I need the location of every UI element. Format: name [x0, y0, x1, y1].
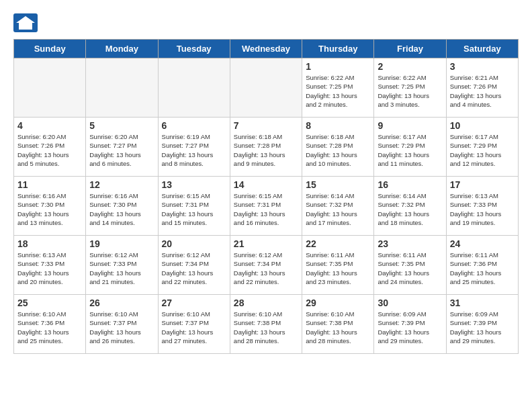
- day-info: Sunrise: 6:14 AM Sunset: 7:32 PM Dayligh…: [378, 191, 442, 227]
- day-info: Sunrise: 6:10 AM Sunset: 7:36 PM Dayligh…: [17, 310, 82, 345]
- day-info: Sunrise: 6:15 AM Sunset: 7:31 PM Dayligh…: [162, 191, 226, 227]
- day-info: Sunrise: 6:13 AM Sunset: 7:33 PM Dayligh…: [17, 250, 82, 286]
- calendar-cell: 28Sunrise: 6:10 AM Sunset: 7:38 PM Dayli…: [230, 295, 302, 354]
- calendar-cell: 12Sunrise: 6:16 AM Sunset: 7:30 PM Dayli…: [86, 177, 158, 236]
- calendar-cell: 5Sunrise: 6:20 AM Sunset: 7:27 PM Daylig…: [86, 118, 158, 177]
- calendar-header-row: SundayMondayTuesdayWednesdayThursdayFrid…: [14, 40, 519, 58]
- calendar-cell: 8Sunrise: 6:18 AM Sunset: 7:28 PM Daylig…: [302, 118, 374, 177]
- day-number: 8: [306, 120, 370, 131]
- logo: [13, 13, 42, 32]
- day-info: Sunrise: 6:12 AM Sunset: 7:33 PM Dayligh…: [89, 250, 154, 286]
- day-number: 11: [17, 179, 82, 190]
- calendar-cell: 13Sunrise: 6:15 AM Sunset: 7:31 PM Dayli…: [158, 177, 230, 236]
- day-info: Sunrise: 6:11 AM Sunset: 7:36 PM Dayligh…: [450, 250, 515, 286]
- calendar-cell: 21Sunrise: 6:12 AM Sunset: 7:34 PM Dayli…: [230, 236, 302, 295]
- day-number: 25: [17, 298, 82, 308]
- calendar-week-row: 4Sunrise: 6:20 AM Sunset: 7:26 PM Daylig…: [14, 118, 519, 177]
- calendar-week-row: 1Sunrise: 6:22 AM Sunset: 7:25 PM Daylig…: [14, 58, 519, 118]
- calendar-week-row: 11Sunrise: 6:16 AM Sunset: 7:30 PM Dayli…: [14, 177, 519, 236]
- day-info: Sunrise: 6:09 AM Sunset: 7:39 PM Dayligh…: [378, 310, 442, 345]
- day-number: 5: [89, 120, 154, 131]
- calendar-cell: 17Sunrise: 6:13 AM Sunset: 7:33 PM Dayli…: [446, 177, 518, 236]
- day-number: 26: [89, 298, 154, 308]
- day-number: 1: [306, 61, 370, 72]
- day-number: 17: [450, 179, 515, 190]
- day-info: Sunrise: 6:17 AM Sunset: 7:29 PM Dayligh…: [378, 132, 442, 168]
- day-info: Sunrise: 6:15 AM Sunset: 7:31 PM Dayligh…: [234, 191, 298, 227]
- day-number: 15: [306, 179, 370, 190]
- day-info: Sunrise: 6:18 AM Sunset: 7:28 PM Dayligh…: [306, 132, 370, 168]
- day-number: 30: [378, 298, 442, 308]
- day-info: Sunrise: 6:09 AM Sunset: 7:39 PM Dayligh…: [450, 310, 515, 345]
- calendar-cell: 27Sunrise: 6:10 AM Sunset: 7:37 PM Dayli…: [158, 295, 230, 354]
- calendar-cell: 22Sunrise: 6:11 AM Sunset: 7:35 PM Dayli…: [302, 236, 374, 295]
- day-number: 20: [162, 238, 226, 249]
- day-number: 31: [450, 298, 515, 308]
- day-info: Sunrise: 6:22 AM Sunset: 7:25 PM Dayligh…: [306, 73, 370, 109]
- calendar-cell: 26Sunrise: 6:10 AM Sunset: 7:37 PM Dayli…: [86, 295, 158, 354]
- day-number: 24: [450, 238, 515, 249]
- day-number: 14: [234, 179, 298, 190]
- day-number: 6: [162, 120, 226, 131]
- calendar-cell: 23Sunrise: 6:11 AM Sunset: 7:35 PM Dayli…: [374, 236, 446, 295]
- day-number: 27: [162, 298, 226, 308]
- day-info: Sunrise: 6:10 AM Sunset: 7:37 PM Dayligh…: [162, 310, 226, 345]
- day-info: Sunrise: 6:21 AM Sunset: 7:26 PM Dayligh…: [450, 73, 515, 109]
- day-of-week-header: Thursday: [302, 40, 374, 58]
- day-number: 18: [17, 238, 82, 249]
- day-info: Sunrise: 6:11 AM Sunset: 7:35 PM Dayligh…: [306, 250, 370, 286]
- day-number: 13: [162, 179, 226, 190]
- calendar-cell: 3Sunrise: 6:21 AM Sunset: 7:26 PM Daylig…: [446, 58, 518, 118]
- day-info: Sunrise: 6:22 AM Sunset: 7:25 PM Dayligh…: [378, 73, 442, 109]
- calendar-cell: 16Sunrise: 6:14 AM Sunset: 7:32 PM Dayli…: [374, 177, 446, 236]
- day-info: Sunrise: 6:17 AM Sunset: 7:29 PM Dayligh…: [450, 132, 515, 168]
- calendar-cell: 25Sunrise: 6:10 AM Sunset: 7:36 PM Dayli…: [14, 295, 86, 354]
- logo-icon: [13, 13, 38, 32]
- calendar-cell: [158, 58, 230, 118]
- day-of-week-header: Friday: [374, 40, 446, 58]
- day-number: 29: [306, 298, 370, 308]
- day-info: Sunrise: 6:20 AM Sunset: 7:27 PM Dayligh…: [89, 132, 154, 168]
- day-info: Sunrise: 6:11 AM Sunset: 7:35 PM Dayligh…: [378, 250, 442, 286]
- calendar-cell: [14, 58, 86, 118]
- day-number: 19: [89, 238, 154, 249]
- day-number: 9: [378, 120, 442, 131]
- calendar-cell: 24Sunrise: 6:11 AM Sunset: 7:36 PM Dayli…: [446, 236, 518, 295]
- calendar-week-row: 18Sunrise: 6:13 AM Sunset: 7:33 PM Dayli…: [14, 236, 519, 295]
- calendar-cell: 9Sunrise: 6:17 AM Sunset: 7:29 PM Daylig…: [374, 118, 446, 177]
- day-of-week-header: Tuesday: [158, 40, 230, 58]
- day-of-week-header: Monday: [86, 40, 158, 58]
- calendar-cell: 19Sunrise: 6:12 AM Sunset: 7:33 PM Dayli…: [86, 236, 158, 295]
- calendar-cell: 20Sunrise: 6:12 AM Sunset: 7:34 PM Dayli…: [158, 236, 230, 295]
- day-info: Sunrise: 6:14 AM Sunset: 7:32 PM Dayligh…: [306, 191, 370, 227]
- day-number: 23: [378, 238, 442, 249]
- calendar-table: SundayMondayTuesdayWednesdayThursdayFrid…: [13, 39, 519, 354]
- page-header: [13, 13, 519, 32]
- day-info: Sunrise: 6:19 AM Sunset: 7:27 PM Dayligh…: [162, 132, 226, 168]
- day-info: Sunrise: 6:16 AM Sunset: 7:30 PM Dayligh…: [89, 191, 154, 227]
- calendar-cell: 30Sunrise: 6:09 AM Sunset: 7:39 PM Dayli…: [374, 295, 446, 354]
- day-number: 22: [306, 238, 370, 249]
- calendar-cell: 14Sunrise: 6:15 AM Sunset: 7:31 PM Dayli…: [230, 177, 302, 236]
- day-info: Sunrise: 6:20 AM Sunset: 7:26 PM Dayligh…: [17, 132, 82, 168]
- day-of-week-header: Sunday: [14, 40, 86, 58]
- day-number: 4: [17, 120, 82, 131]
- day-info: Sunrise: 6:10 AM Sunset: 7:38 PM Dayligh…: [306, 310, 370, 345]
- day-of-week-header: Wednesday: [230, 40, 302, 58]
- calendar-cell: 10Sunrise: 6:17 AM Sunset: 7:29 PM Dayli…: [446, 118, 518, 177]
- day-number: 10: [450, 120, 515, 131]
- day-number: 2: [378, 61, 442, 72]
- day-number: 21: [234, 238, 298, 249]
- calendar-cell: 1Sunrise: 6:22 AM Sunset: 7:25 PM Daylig…: [302, 58, 374, 118]
- calendar-cell: 4Sunrise: 6:20 AM Sunset: 7:26 PM Daylig…: [14, 118, 86, 177]
- calendar-cell: 31Sunrise: 6:09 AM Sunset: 7:39 PM Dayli…: [446, 295, 518, 354]
- day-number: 3: [450, 61, 515, 72]
- day-info: Sunrise: 6:12 AM Sunset: 7:34 PM Dayligh…: [234, 250, 298, 286]
- calendar-cell: 18Sunrise: 6:13 AM Sunset: 7:33 PM Dayli…: [14, 236, 86, 295]
- day-info: Sunrise: 6:13 AM Sunset: 7:33 PM Dayligh…: [450, 191, 515, 227]
- day-info: Sunrise: 6:10 AM Sunset: 7:37 PM Dayligh…: [89, 310, 154, 345]
- calendar-cell: [230, 58, 302, 118]
- day-of-week-header: Saturday: [446, 40, 518, 58]
- day-info: Sunrise: 6:10 AM Sunset: 7:38 PM Dayligh…: [234, 310, 298, 345]
- calendar-cell: 15Sunrise: 6:14 AM Sunset: 7:32 PM Dayli…: [302, 177, 374, 236]
